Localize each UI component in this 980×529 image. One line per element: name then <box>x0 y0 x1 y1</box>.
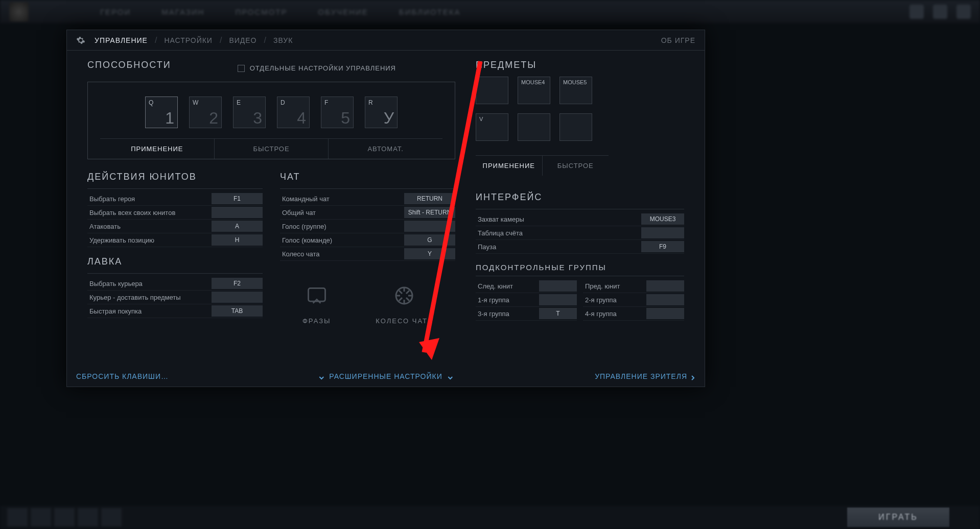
item-slot-4[interactable]: V <box>476 113 508 141</box>
keybind-input[interactable] <box>539 294 577 305</box>
keybind-input[interactable]: RETURN <box>404 193 455 204</box>
nav-library[interactable]: БИБЛИОТЕКА <box>399 8 461 16</box>
control-groups-title: ПОДКОНТРОЛЬНЫЕ ГРУППЫ <box>476 263 684 272</box>
chat-wheel-label: КОЛЕСО ЧАТА <box>376 317 433 325</box>
chat-phrases-label: ФРАЗЫ <box>302 317 331 325</box>
keybind-input[interactable] <box>646 308 684 319</box>
bind-label: След. юнит <box>476 282 539 290</box>
chat-phrases-button[interactable]: ФРАЗЫ <box>302 281 331 325</box>
keybind-input[interactable] <box>212 292 263 303</box>
bind-label: Общий чат <box>280 209 404 217</box>
bind-label: Таблица счёта <box>476 229 641 237</box>
keybind-input[interactable] <box>641 227 684 238</box>
tab-about[interactable]: ОБ ИГРЕ <box>661 36 695 44</box>
party-slot[interactable] <box>54 508 75 526</box>
bind-label: Выбрать курьера <box>87 280 212 287</box>
keybind-input[interactable] <box>539 280 577 292</box>
ability-mode-auto[interactable]: АВТОМАТ. <box>329 139 442 159</box>
keybind-input[interactable]: MOUSE3 <box>641 213 684 225</box>
settings-icon[interactable] <box>956 5 971 19</box>
chat-title: ЧАТ <box>280 172 455 182</box>
tab-audio[interactable]: ЗВУК <box>273 36 293 44</box>
nav-store[interactable]: МАГАЗИН <box>161 8 204 16</box>
keybind-input[interactable]: TAB <box>212 305 263 317</box>
advanced-settings-button[interactable]: РАСШИРЕННЫЕ НАСТРОЙКИ <box>319 372 453 380</box>
item-slot-5[interactable] <box>518 113 550 141</box>
ability-slot-4[interactable]: D4 <box>277 97 310 128</box>
keybind-input[interactable]: H <box>212 234 263 246</box>
ability-slot-5[interactable]: F5 <box>321 97 354 128</box>
mail-icon[interactable] <box>909 5 924 19</box>
bottom-bar <box>0 506 980 529</box>
keybind-input[interactable]: T <box>539 308 577 319</box>
shop-title: ЛАВКА <box>87 256 263 267</box>
item-mode-quick[interactable]: БЫСТРОЕ <box>543 156 609 176</box>
reset-keys-button[interactable]: СБРОСИТЬ КЛАВИШИ… <box>76 372 169 380</box>
ability-slot-6[interactable]: RУ <box>365 97 398 128</box>
ability-slot-1[interactable]: Q1 <box>145 97 178 128</box>
chat-wheel-button[interactable]: КОЛЕСО ЧАТА <box>376 281 433 325</box>
advanced-settings-label: РАСШИРЕННЫЕ НАСТРОЙКИ <box>329 372 442 380</box>
item-mode-cast[interactable]: ПРИМЕНЕНИЕ <box>476 156 543 176</box>
shop-table: Выбрать курьераF2 Курьер - доставить пре… <box>87 273 263 318</box>
bind-label: Атаковать <box>87 223 212 230</box>
chevron-down-icon <box>319 374 324 379</box>
ability-mode-cast[interactable]: ПРИМЕНЕНИЕ <box>100 139 215 159</box>
game-logo <box>9 2 29 21</box>
chevron-down-icon <box>448 374 453 379</box>
party-slot[interactable] <box>78 508 98 526</box>
keybind-input[interactable] <box>212 207 263 218</box>
nav-learn[interactable]: ОБУЧЕНИЕ <box>318 8 368 16</box>
ability-slot-2[interactable]: W2 <box>189 97 222 128</box>
tab-controls[interactable]: УПРАВЛЕНИЕ <box>95 36 148 44</box>
keybind-input[interactable] <box>646 280 684 292</box>
settings-tabs: УПРАВЛЕНИЕ / НАСТРОЙКИ / ВИДЕО / ЗВУК ОБ… <box>67 30 705 51</box>
party-slot[interactable] <box>101 508 122 526</box>
items-title: ПРЕДМЕТЫ <box>476 60 684 70</box>
party-slot[interactable] <box>7 508 28 526</box>
tab-settings[interactable]: НАСТРОЙКИ <box>164 36 213 44</box>
chat-wheel-icon <box>390 281 418 310</box>
armory-icon[interactable] <box>933 5 947 19</box>
advanced-hotkeys-label: ОТДЕЛЬНЫЕ НАСТРОЙКИ УПРАВЛЕНИЯ <box>250 64 396 72</box>
bind-label: Захват камеры <box>476 215 641 223</box>
settings-body: СПОСОБНОСТИ ОТДЕЛЬНЫЕ НАСТРОЙКИ УПРАВЛЕН… <box>67 51 705 366</box>
settings-window: УПРАВЛЕНИЕ / НАСТРОЙКИ / ВИДЕО / ЗВУК ОБ… <box>66 30 705 387</box>
bind-label: Голос (группе) <box>280 223 404 230</box>
keybind-input[interactable]: F1 <box>212 193 263 204</box>
keybind-input[interactable] <box>646 294 684 305</box>
item-slot-1[interactable] <box>476 77 508 104</box>
interface-title: ИНТЕРФЕЙС <box>476 192 684 203</box>
keybind-input[interactable]: A <box>212 221 263 232</box>
item-slot-3[interactable]: MOUSE5 <box>559 77 592 104</box>
top-nav: ГЕРОИ МАГАЗИН ПРОСМОТР ОБУЧЕНИЕ БИБЛИОТЕ… <box>0 0 980 23</box>
keybind-input[interactable]: Shift - RETURN <box>404 207 455 218</box>
keybind-input[interactable]: G <box>404 234 455 246</box>
item-slot-2[interactable]: MOUSE4 <box>518 77 550 104</box>
ability-mode-quick[interactable]: БЫСТРОЕ <box>215 139 329 159</box>
abilities-title: СПОСОБНОСТИ <box>87 60 171 70</box>
bind-label: Командный чат <box>280 195 404 203</box>
ability-panel: Q1 W2 E3 D4 F5 RУ ПРИМЕНЕНИЕ БЫСТРОЕ АВТ… <box>87 82 455 159</box>
bind-label: Пауза <box>476 243 641 251</box>
bind-label: Удерживать позицию <box>87 236 212 244</box>
control-groups-table: След. юнит 1-я группа 3-я группаT Пред. … <box>476 279 684 321</box>
spectator-controls-button[interactable]: УПРАВЛЕНИЕ ЗРИТЕЛЯ <box>595 372 695 380</box>
advanced-hotkeys-checkbox[interactable]: ОТДЕЛЬНЫЕ НАСТРОЙКИ УПРАВЛЕНИЯ <box>238 64 396 72</box>
party-slot[interactable] <box>31 508 51 526</box>
keybind-input[interactable]: F9 <box>641 241 684 252</box>
keybind-input[interactable]: F2 <box>212 278 263 289</box>
bind-label: 2-я группа <box>583 296 646 304</box>
bind-label: Голос (команде) <box>280 236 404 244</box>
bind-label: Выбрать героя <box>87 195 212 203</box>
item-slots: MOUSE4 MOUSE5 V <box>476 77 598 141</box>
nav-watch[interactable]: ПРОСМОТР <box>235 8 287 16</box>
keybind-input[interactable] <box>404 221 455 232</box>
play-button[interactable]: ИГРАТЬ <box>847 508 949 527</box>
tab-video[interactable]: ВИДЕО <box>229 36 256 44</box>
ability-slot-3[interactable]: E3 <box>233 97 266 128</box>
nav-heroes[interactable]: ГЕРОИ <box>100 8 131 16</box>
chat-table: Командный чатRETURN Общий чатShift - RET… <box>280 188 455 261</box>
item-slot-6[interactable] <box>559 113 592 141</box>
keybind-input[interactable]: Y <box>404 248 455 259</box>
